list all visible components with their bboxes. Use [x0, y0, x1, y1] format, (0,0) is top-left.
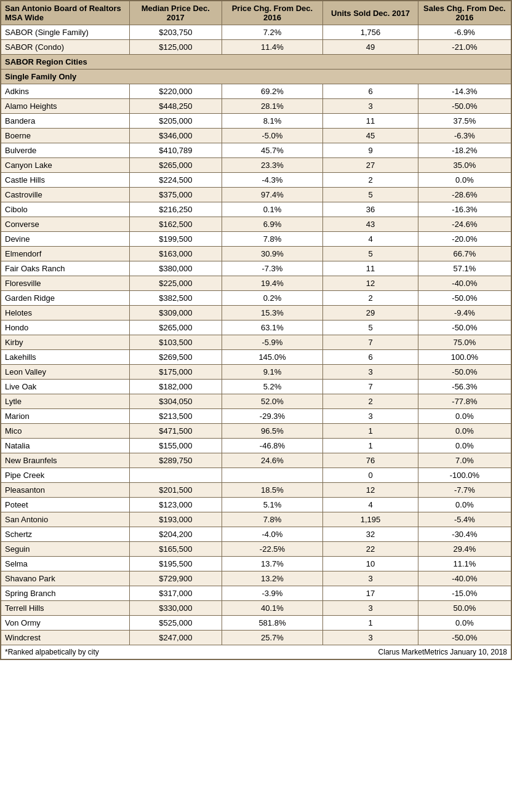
city-name: Castle Hills	[1, 173, 129, 188]
section-label: SABOR Region Cities	[1, 55, 511, 70]
median-price: $346,000	[129, 129, 222, 143]
median-price: $269,500	[129, 350, 222, 365]
price-change: 28.1%	[222, 99, 323, 114]
sales-change: 35.0%	[418, 158, 511, 173]
table-row: Castle Hills$224,500-4.3%20.0%	[1, 173, 511, 188]
sales-change: -50.0%	[418, 365, 511, 380]
table-row: Single Family Only	[1, 70, 511, 84]
price-change: 13.7%	[222, 557, 323, 571]
city-name: SABOR (Condo)	[1, 40, 129, 55]
city-name: Bulverde	[1, 143, 129, 158]
sales-change: 100.0%	[418, 350, 511, 365]
price-change: 581.8%	[222, 616, 323, 631]
units-sold: 32	[323, 527, 418, 542]
median-price: $165,500	[129, 542, 222, 557]
median-price: $123,000	[129, 498, 222, 512]
col4-header: Units Sold Dec. 2017	[323, 1, 418, 25]
sales-change: 37.5%	[418, 114, 511, 129]
sales-change: -50.0%	[418, 320, 511, 335]
units-sold: 5	[323, 320, 418, 335]
median-price: $201,500	[129, 483, 222, 498]
median-price: $380,000	[129, 261, 222, 276]
units-sold: 10	[323, 557, 418, 571]
city-name: Helotes	[1, 306, 129, 320]
table-row: Garden Ridge$382,5000.2%2-50.0%	[1, 291, 511, 306]
units-sold: 7	[323, 335, 418, 350]
price-change: 5.1%	[222, 498, 323, 512]
city-name: Mico	[1, 424, 129, 439]
price-change: -4.0%	[222, 527, 323, 542]
units-sold: 6	[323, 350, 418, 365]
table-row: Adkins$220,00069.2%6-14.3%	[1, 84, 511, 99]
median-price: $203,750	[129, 25, 222, 40]
table-row: Schertz$204,200-4.0%32-30.4%	[1, 527, 511, 542]
city-name: Von Ormy	[1, 616, 129, 631]
median-price: $265,000	[129, 320, 222, 335]
city-name: Fair Oaks Ranch	[1, 261, 129, 276]
price-change: -7.3%	[222, 261, 323, 276]
median-price: $309,000	[129, 306, 222, 320]
median-price: $289,750	[129, 453, 222, 468]
table-row: Kirby$103,500-5.9%775.0%	[1, 335, 511, 350]
median-price: $265,000	[129, 158, 222, 173]
price-change: 25.7%	[222, 631, 323, 645]
price-change: 6.9%	[222, 217, 323, 232]
col2-header: Median Price Dec. 2017	[129, 1, 222, 25]
table-row: Spring Branch$317,000-3.9%17-15.0%	[1, 586, 511, 601]
units-sold: 3	[323, 409, 418, 424]
median-price: $220,000	[129, 84, 222, 99]
median-price: $213,500	[129, 409, 222, 424]
median-price: $195,500	[129, 557, 222, 571]
city-name: Bandera	[1, 114, 129, 129]
units-sold: 4	[323, 232, 418, 247]
price-change: -4.3%	[222, 173, 323, 188]
col3-header: Price Chg. From Dec. 2016	[222, 1, 323, 25]
sales-change: -30.4%	[418, 527, 511, 542]
city-name: Hondo	[1, 320, 129, 335]
units-sold: 22	[323, 542, 418, 557]
sales-change: 0.0%	[418, 424, 511, 439]
price-change: 0.2%	[222, 291, 323, 306]
price-change: 18.5%	[222, 483, 323, 498]
table-row: Von Ormy$525,000581.8%10.0%	[1, 616, 511, 631]
sales-change: -40.0%	[418, 571, 511, 586]
price-change: 30.9%	[222, 247, 323, 261]
units-sold: 1	[323, 439, 418, 453]
city-name: Alamo Heights	[1, 99, 129, 114]
units-sold: 1,756	[323, 25, 418, 40]
city-name: Leon Valley	[1, 365, 129, 380]
units-sold: 45	[323, 129, 418, 143]
city-name: Kirby	[1, 335, 129, 350]
table-row: Floresville$225,00019.4%12-40.0%	[1, 276, 511, 291]
price-change: 40.1%	[222, 601, 323, 616]
table-row: Canyon Lake$265,00023.3%2735.0%	[1, 158, 511, 173]
sales-change: -5.4%	[418, 512, 511, 527]
median-price: $103,500	[129, 335, 222, 350]
city-name: Converse	[1, 217, 129, 232]
table-row: Converse$162,5006.9%43-24.6%	[1, 217, 511, 232]
median-price: $247,000	[129, 631, 222, 645]
median-price: $448,250	[129, 99, 222, 114]
sales-change: -50.0%	[418, 631, 511, 645]
sales-change: -28.6%	[418, 188, 511, 202]
table-row: Castroville$375,00097.4%5-28.6%	[1, 188, 511, 202]
city-name: Poteet	[1, 498, 129, 512]
col5-header: Sales Chg. From Dec. 2016	[418, 1, 511, 25]
table-row: Pipe Creek0-100.0%	[1, 468, 511, 483]
city-name: Boerne	[1, 129, 129, 143]
sales-change: -14.3%	[418, 84, 511, 99]
units-sold: 7	[323, 380, 418, 394]
units-sold: 3	[323, 601, 418, 616]
median-price: $162,500	[129, 217, 222, 232]
sales-change: -7.7%	[418, 483, 511, 498]
table-row: SABOR (Single Family)$203,7507.2%1,756-6…	[1, 25, 511, 40]
units-sold: 17	[323, 586, 418, 601]
sales-change: 0.0%	[418, 409, 511, 424]
sales-change: 0.0%	[418, 616, 511, 631]
table-row: Terrell Hills$330,00040.1%350.0%	[1, 601, 511, 616]
sales-change: -50.0%	[418, 291, 511, 306]
table-row: Bulverde$410,78945.7%9-18.2%	[1, 143, 511, 158]
units-sold: 29	[323, 306, 418, 320]
city-name: Spring Branch	[1, 586, 129, 601]
table-row: Lytle$304,05052.0%2-77.8%	[1, 394, 511, 409]
